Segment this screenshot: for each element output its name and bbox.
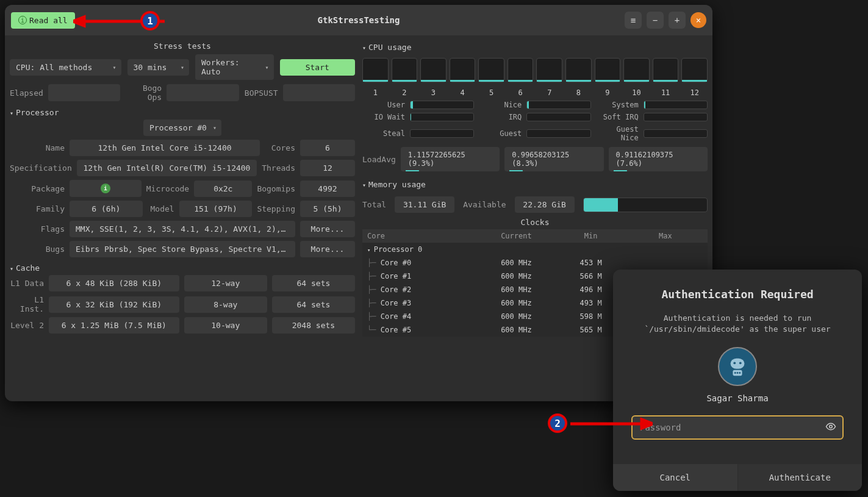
meter-label: Guest: [479, 129, 522, 138]
mem-total-value: 31.11 GiB: [395, 196, 454, 213]
auth-message: Authentication is needed to run `/usr/sb…: [631, 313, 844, 335]
window-controls: ≡ − + ×: [625, 12, 706, 29]
cache-header[interactable]: Cache: [10, 261, 355, 275]
cpu-core-box: [623, 58, 650, 82]
mem-avail-value: 22.28 GiB: [515, 196, 575, 213]
cpu-core-box: [565, 58, 592, 82]
menu-button[interactable]: ≡: [625, 12, 642, 29]
auth-username: Sagar Sharma: [631, 393, 844, 403]
minimize-button[interactable]: −: [647, 12, 664, 29]
meter-bar: [410, 129, 474, 138]
reveal-password-icon[interactable]: [825, 421, 836, 434]
annotation-2: 2: [548, 413, 567, 433]
col-current: Current: [479, 232, 553, 240]
svg-point-2: [739, 362, 742, 364]
svg-point-6: [739, 372, 741, 374]
cpu-core-number: 2: [392, 86, 418, 97]
bopsust-value: [283, 84, 355, 101]
meter-bar: [644, 113, 708, 121]
model-value: 151 (97h): [179, 201, 253, 217]
cache-assoc: 8-way: [184, 296, 267, 313]
meter-bar: [410, 113, 474, 121]
threads-label: Threads: [262, 163, 295, 173]
memory-header[interactable]: Memory usage: [362, 177, 708, 191]
elapsed-label: Elapsed: [10, 88, 43, 98]
cpu-core-box: [536, 58, 562, 82]
password-input[interactable]: [631, 415, 844, 440]
cpu-core-box: [478, 58, 504, 82]
cpu-core-number: 11: [653, 86, 679, 97]
spec-label: Specification: [10, 163, 72, 173]
cache-assoc: 10-way: [184, 317, 267, 334]
meter-label: Guest Nice: [596, 125, 639, 142]
cache-label: L1 Inst.: [10, 295, 44, 313]
stepping-label: Stepping: [257, 204, 295, 213]
auth-title: Authentication Required: [631, 288, 844, 301]
left-pane: Stress tests CPU: All methods 30 mins Wo…: [10, 40, 355, 396]
cpu-core-number: 3: [420, 86, 447, 97]
clocks-title: Clocks: [362, 213, 708, 229]
cpu-core-grid: [362, 54, 708, 86]
workers-combo[interactable]: Workers: Auto: [195, 54, 274, 80]
user-avatar-icon: [718, 347, 757, 386]
flags-label: Flags: [10, 224, 65, 234]
family-value: 6 (6h): [70, 201, 143, 217]
cpu-core-box: [450, 58, 476, 82]
meter-bar: [526, 101, 590, 109]
model-label: Model: [148, 204, 174, 213]
cpu-core-number: 9: [595, 86, 621, 97]
col-max: Max: [628, 232, 703, 240]
svg-rect-0: [731, 359, 745, 369]
load-value: 1.11572265625 (9.3%): [401, 147, 500, 171]
authenticate-button[interactable]: Authenticate: [738, 464, 863, 491]
load-value: 0.91162109375 (7.6%): [609, 147, 708, 171]
method-combo[interactable]: CPU: All methods: [10, 59, 121, 76]
elapsed-value: [48, 84, 120, 101]
processor-header[interactable]: Processor: [10, 105, 355, 120]
cache-sets: 64 sets: [272, 296, 355, 313]
svg-point-1: [733, 362, 736, 364]
bugs-more-button[interactable]: More...: [300, 241, 355, 257]
cpu-core-number: 7: [536, 86, 562, 97]
stepping-value: 5 (5h): [300, 201, 355, 217]
processor-selector[interactable]: Processor #0: [143, 120, 221, 136]
bugs-value: Eibrs Pbrsb, Spec Store Bypass, Spectre …: [70, 241, 295, 257]
read-all-label: Read all: [29, 16, 68, 25]
duration-combo[interactable]: 30 mins: [127, 59, 190, 76]
cpu-core-box: [595, 58, 621, 82]
meter-label: User: [362, 101, 405, 109]
bogoops-label: Bogo Ops: [125, 84, 162, 102]
memory-bar: [583, 198, 708, 212]
meter-bar: [644, 129, 708, 138]
cancel-button[interactable]: Cancel: [613, 464, 738, 491]
cores-value: 6: [300, 140, 355, 156]
cpu-core-number: 10: [623, 86, 650, 97]
flags-more-button[interactable]: More...: [300, 221, 355, 237]
microcode-value: 0x2c: [194, 181, 252, 197]
cpu-core-box: [681, 58, 708, 82]
cpu-core-box: [508, 58, 534, 82]
meter-bar: [526, 129, 590, 138]
cpu-core-box: [420, 58, 447, 82]
cpu-core-number: 8: [565, 86, 592, 97]
load-value: 0.99658203125 (8.3%): [504, 147, 603, 171]
read-all-button[interactable]: i Read all: [11, 12, 75, 29]
svg-point-7: [830, 425, 833, 428]
clock-row: ├─ Core #0600 MHz453 M: [362, 256, 708, 270]
cpu-core-number: 4: [450, 86, 476, 97]
svg-point-5: [737, 372, 739, 374]
window-title: GtkStressTesting: [318, 15, 400, 25]
cpu-usage-header[interactable]: CPU usage: [362, 40, 708, 54]
flags-value: MMX, SSE(1, 2, 3, 3S, 4.1, 4.2), AVX(1, …: [70, 221, 295, 237]
meter-bar: [410, 101, 474, 109]
start-button[interactable]: Start: [280, 59, 356, 76]
col-core: Core: [367, 232, 479, 240]
close-button[interactable]: ×: [690, 12, 706, 28]
maximize-button[interactable]: +: [669, 12, 686, 29]
meter-label: IO Wait: [362, 113, 405, 121]
bopsust-label: BOPSUST: [244, 88, 278, 98]
cache-sets: 64 sets: [272, 275, 355, 291]
clocks-processor-row[interactable]: Processor 0: [362, 243, 708, 256]
meter-label: System: [596, 101, 639, 109]
cache-label: L1 Data: [10, 279, 44, 288]
